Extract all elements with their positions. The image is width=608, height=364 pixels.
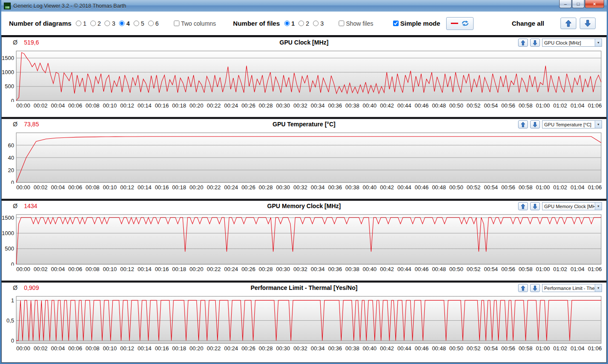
diagrams-option-3[interactable]: 3 [104,20,115,27]
line-style-refresh-button[interactable] [446,17,474,30]
x-tick-label: 00:56 [501,184,516,191]
move-down-button[interactable] [530,39,540,47]
move-down-button[interactable] [530,120,540,128]
metric-dropdown[interactable]: GPU Temperature [°C] ▼ [542,120,602,128]
diagrams-option-1[interactable]: 1 [76,20,86,27]
x-tick-label: 01:06 [588,266,602,272]
x-tick-label: 00:32 [293,184,307,191]
files-radio-3[interactable] [313,21,319,26]
diagrams-radio-6[interactable] [148,21,154,26]
files-radio-1[interactable] [284,21,290,26]
diagrams-option-2[interactable]: 2 [90,20,101,27]
move-down-button[interactable] [530,284,540,292]
x-tick-label: 00:00 [16,266,30,272]
diagrams-radio-4[interactable] [119,21,125,26]
x-tick-label: 00:16 [155,184,169,191]
x-tick-label: 00:12 [120,345,134,352]
x-tick-label: 00:20 [190,102,204,109]
diagrams-option-5[interactable]: 5 [134,20,144,27]
toolbar: Number of diagrams 1 2 3 4 5 6 Two colum… [1,12,607,36]
chevron-down-icon: ▼ [595,284,602,292]
svg-text:500: 500 [5,83,14,90]
change-all-up-button[interactable] [560,18,576,29]
x-tick-label: 00:34 [311,184,325,191]
files-radio-2[interactable] [298,21,304,26]
x-tick-label: 00:26 [241,266,256,272]
x-tick-label: 00:08 [86,345,100,352]
files-option-2[interactable]: 2 [298,20,309,27]
move-down-button[interactable] [530,202,540,210]
x-tick-label: 00:10 [103,102,117,109]
x-tick-label: 00:40 [363,184,377,191]
files-option-1[interactable]: 1 [284,20,295,27]
diagrams-radio-2[interactable] [90,21,96,26]
show-files-input[interactable] [339,21,344,26]
up-arrow-icon [521,204,525,209]
move-up-button[interactable] [518,202,528,210]
x-tick-label: 00:16 [155,345,169,352]
two-columns-input[interactable] [174,21,179,26]
x-tick-label: 00:24 [224,266,238,272]
move-up-button[interactable] [518,284,528,292]
x-tick-label: 01:04 [571,345,585,352]
x-tick-label: 00:20 [190,184,204,191]
x-tick-label: 00:30 [276,266,290,272]
maximize-button[interactable]: □ [572,0,584,8]
two-columns-checkbox[interactable]: Two columns [174,20,216,27]
gpu-temperature-chart: 0204060 [2,131,605,184]
x-tick-label: 00:04 [51,266,65,272]
down-arrow-icon [533,286,537,291]
x-tick-label: 00:02 [33,266,48,272]
x-tick-label: 00:34 [311,266,325,272]
metric-dropdown[interactable]: Performance Limit - Therm ▼ [542,284,602,292]
show-files-checkbox[interactable]: Show files [339,20,373,27]
files-option-3[interactable]: 3 [313,20,324,27]
x-tick-label: 00:24 [224,184,238,191]
diagrams-option-6[interactable]: 6 [148,20,159,27]
diagrams-radio-3[interactable] [104,21,110,26]
app-icon [4,3,11,9]
x-tick-label: 00:14 [137,102,152,109]
refresh-icon [461,20,469,27]
x-tick-label: 00:32 [293,345,307,352]
minimize-button[interactable]: – [559,0,572,8]
diagrams-radio-5[interactable] [134,21,139,26]
x-tick-label: 00:58 [519,345,533,352]
x-tick-label: 00:26 [241,345,256,352]
move-up-button[interactable] [518,120,528,128]
diagrams-radio-1[interactable] [76,21,81,26]
x-tick-label: 00:00 [16,184,30,191]
panel-gpu-memory-clock: Ø 1434 GPU Memory Clock [MHz] GPU Memory… [1,200,607,281]
x-tick-label: 00:24 [224,345,238,352]
down-arrow-icon [533,40,537,45]
simple-mode-input[interactable] [393,21,399,26]
x-tick-label: 00:42 [380,102,394,109]
x-tick-label: 01:04 [571,266,585,272]
chart-title: GPU Clock [MHz] [2,39,606,46]
metric-dropdown[interactable]: GPU Clock [MHz] ▼ [542,39,602,47]
close-button[interactable]: × [585,0,604,8]
x-tick-label: 00:50 [449,266,463,272]
move-up-button[interactable] [518,39,528,47]
simple-mode-checkbox[interactable]: Simple mode [393,20,440,27]
svg-text:40: 40 [8,155,14,161]
x-tick-label: 00:42 [380,184,394,191]
x-tick-label: 00:02 [33,345,48,352]
diagrams-option-4[interactable]: 4 [119,20,130,27]
x-tick-label: 00:58 [519,102,533,109]
svg-text:0: 0 [11,337,14,344]
x-tick-label: 00:00 [16,102,30,109]
x-tick-label: 00:36 [328,184,342,191]
metric-dropdown[interactable]: GPU Memory Clock [MHz] ▼ [542,202,602,210]
app-window: Generic Log Viewer 3.2 - © 2018 Thomas B… [0,0,608,364]
x-tick-label: 00:22 [207,266,221,272]
panel-gpu-clock: Ø 519,6 GPU Clock [MHz] GPU Clock [MHz] … [1,37,607,117]
chart-title: GPU Temperature [°C] [2,121,606,128]
x-tick-label: 01:00 [536,345,550,352]
x-tick-label: 00:10 [103,266,117,272]
change-all-down-button[interactable] [580,18,596,29]
x-tick-label: 00:06 [68,102,82,109]
x-tick-label: 00:50 [449,345,463,352]
x-tick-label: 00:12 [120,266,134,272]
svg-text:1000: 1000 [2,230,14,236]
